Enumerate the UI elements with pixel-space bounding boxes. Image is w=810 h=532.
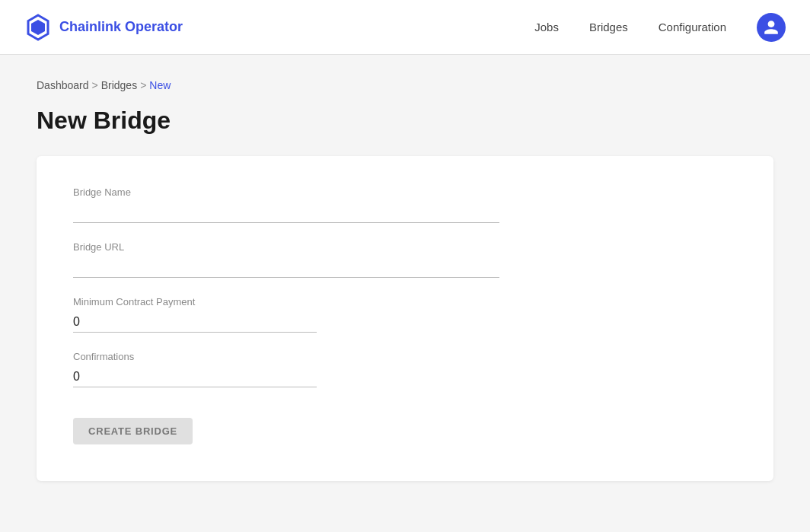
confirmations-label: Confirmations [73, 351, 737, 362]
brand-title: Chainlink Operator [59, 19, 183, 35]
bridge-url-group: Bridge URL [73, 241, 737, 278]
bridge-name-group: Bridge Name [73, 186, 737, 223]
nav-links: Jobs Bridges Configuration [534, 13, 786, 42]
nav-bridges[interactable]: Bridges [589, 21, 628, 33]
breadcrumb-current: New [149, 79, 171, 91]
svg-marker-1 [31, 20, 45, 35]
navbar: Chainlink Operator Jobs Bridges Configur… [0, 0, 810, 55]
nav-configuration[interactable]: Configuration [659, 21, 726, 33]
new-bridge-card: Bridge Name Bridge URL Minimum Contract … [37, 156, 773, 481]
bridge-name-label: Bridge Name [73, 186, 737, 198]
min-contract-input[interactable] [73, 312, 317, 333]
breadcrumb-sep-2: > [140, 79, 146, 91]
nav-jobs[interactable]: Jobs [534, 21, 559, 33]
confirmations-input[interactable] [73, 367, 317, 387]
bridge-name-input[interactable] [73, 202, 499, 223]
breadcrumb-sep-1: > [92, 79, 98, 91]
bridge-url-label: Bridge URL [73, 241, 737, 253]
bridge-url-input[interactable] [73, 257, 499, 278]
confirmations-group: Confirmations [73, 351, 737, 387]
breadcrumb-bridges[interactable]: Bridges [101, 79, 137, 91]
page-title: New Bridge [37, 107, 773, 135]
min-contract-group: Minimum Contract Payment [73, 296, 737, 333]
min-contract-label: Minimum Contract Payment [73, 296, 737, 307]
chainlink-logo [24, 14, 52, 41]
main-content: Dashboard > Bridges > New New Bridge Bri… [0, 55, 810, 505]
user-icon [763, 19, 780, 36]
create-bridge-button[interactable]: CREATE BRIDGE [73, 418, 193, 444]
brand-link[interactable]: Chainlink Operator [24, 14, 183, 41]
user-avatar[interactable] [757, 13, 786, 42]
breadcrumb-dashboard[interactable]: Dashboard [37, 79, 89, 91]
breadcrumb: Dashboard > Bridges > New [37, 79, 773, 91]
